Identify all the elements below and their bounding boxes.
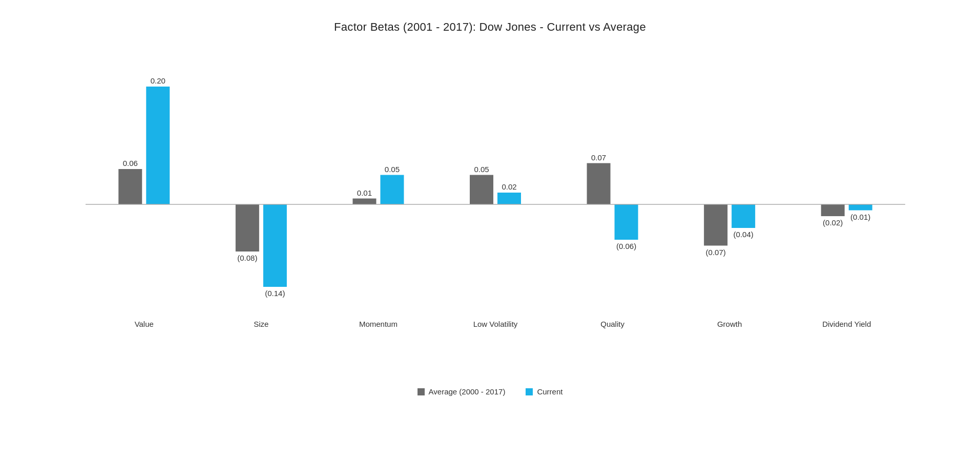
svg-text:(0.08): (0.08) [237, 254, 257, 262]
svg-text:(0.14): (0.14) [265, 289, 285, 298]
svg-rect-0 [118, 169, 142, 204]
svg-rect-27 [732, 204, 755, 228]
svg-rect-25 [704, 204, 727, 246]
svg-rect-30 [821, 204, 844, 216]
svg-rect-32 [848, 204, 872, 211]
svg-rect-17 [497, 193, 521, 204]
chart-title: Factor Betas (2001 - 2017): Dow Jones - … [334, 20, 646, 34]
svg-text:(0.04): (0.04) [733, 230, 753, 239]
chart-plot-area: 0.060.20Value(0.08)(0.14)Size0.010.05Mom… [55, 54, 926, 351]
legend-cur-label: Current [537, 387, 562, 396]
svg-rect-12 [380, 175, 404, 205]
svg-rect-7 [263, 204, 286, 287]
legend-avg-swatch [418, 388, 425, 395]
legend-cur: Current [526, 387, 562, 396]
svg-text:(0.07): (0.07) [705, 248, 725, 257]
chart-container: Factor Betas (2001 - 2017): Dow Jones - … [55, 20, 926, 441]
chart-legend: Average (2000 - 2017) Current [418, 387, 563, 396]
svg-text:(0.02): (0.02) [823, 218, 843, 227]
svg-text:0.05: 0.05 [474, 165, 489, 174]
svg-rect-15 [470, 175, 493, 205]
legend-avg-label: Average (2000 - 2017) [429, 387, 506, 396]
svg-text:0.02: 0.02 [502, 182, 516, 191]
legend-avg: Average (2000 - 2017) [418, 387, 506, 396]
svg-text:Momentum: Momentum [359, 320, 397, 328]
svg-text:0.05: 0.05 [384, 165, 399, 174]
svg-text:0.06: 0.06 [122, 159, 137, 167]
svg-rect-20 [587, 163, 610, 205]
svg-text:Dividend Yield: Dividend Yield [822, 320, 871, 328]
svg-text:0.20: 0.20 [150, 76, 165, 85]
svg-rect-5 [235, 204, 259, 252]
svg-text:Value: Value [134, 320, 153, 328]
chart-svg: 0.060.20Value(0.08)(0.14)Size0.010.05Mom… [55, 54, 926, 351]
svg-text:0.01: 0.01 [357, 188, 371, 197]
svg-text:0.07: 0.07 [591, 153, 606, 162]
svg-text:(0.01): (0.01) [850, 213, 870, 221]
svg-rect-10 [352, 199, 376, 205]
svg-text:Growth: Growth [717, 320, 741, 328]
legend-cur-swatch [526, 388, 533, 395]
svg-rect-22 [614, 204, 638, 240]
svg-rect-2 [146, 87, 170, 204]
svg-text:(0.06): (0.06) [616, 242, 636, 250]
svg-text:Size: Size [254, 320, 268, 328]
svg-text:Low Volatility: Low Volatility [473, 320, 517, 328]
svg-text:Quality: Quality [600, 320, 624, 328]
